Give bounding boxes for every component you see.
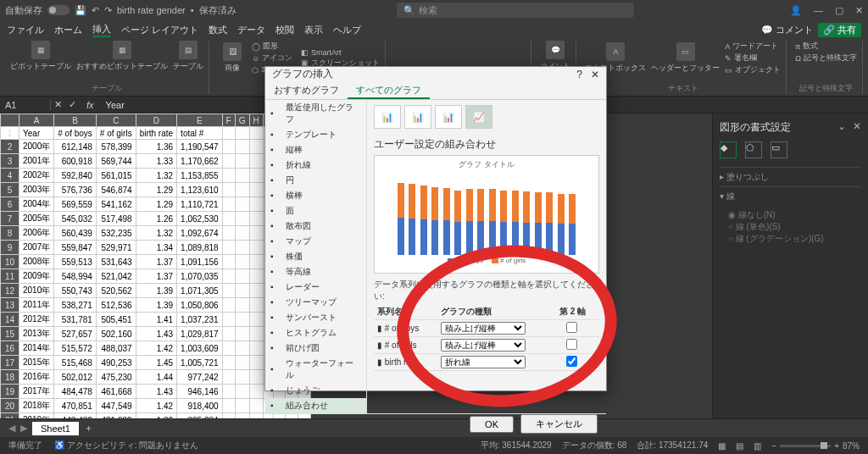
- wordart-button[interactable]: A ワードアート: [725, 41, 781, 52]
- chart-cat-8[interactable]: ▪マップ: [265, 234, 366, 249]
- dialog-tab-all[interactable]: すべてのグラフ: [348, 81, 430, 99]
- pictures-button[interactable]: 🖼画像: [218, 42, 247, 74]
- status-accessibility: ♿ アクセシビリティ: 問題ありません: [54, 440, 198, 451]
- smartart-button[interactable]: ◧ SmartArt: [301, 48, 380, 57]
- object-button[interactable]: ▭ オブジェクト: [725, 64, 781, 75]
- share-button[interactable]: 🔗 共有: [818, 23, 861, 37]
- chart-cat-17[interactable]: ▪じょうご: [265, 383, 366, 398]
- sheet-prev-icon[interactable]: ◀: [8, 423, 15, 434]
- chart-cat-5[interactable]: ▪横棒: [265, 188, 366, 203]
- chart-cat-3[interactable]: ▪折れ線: [265, 158, 366, 173]
- autosave-toggle[interactable]: [47, 5, 70, 15]
- sheet-add-icon[interactable]: ＋: [84, 422, 93, 435]
- chart-cat-12[interactable]: ▪ツリーマップ: [265, 295, 366, 310]
- fx-enter-icon[interactable]: ✓: [65, 99, 80, 110]
- format-shape-pane: 図形の書式設定 ✕ ⌄ ◆ ⬠ ▭ ▸ 塗りつぶし ▾ 線 ◉ 線なし(N) ○…: [712, 114, 868, 418]
- zoom-in-icon[interactable]: +: [834, 441, 839, 451]
- size-tab-icon[interactable]: ▭: [771, 141, 787, 158]
- chart-cat-7[interactable]: ▪散布図: [265, 219, 366, 234]
- sheet-next-icon[interactable]: ▶: [20, 423, 27, 434]
- chart-cat-0[interactable]: ▪最近使用したグラフ: [265, 100, 366, 127]
- symbol-button[interactable]: Ω 記号と特殊文字: [795, 53, 857, 64]
- series2-type-select[interactable]: 積み上げ縦棒: [441, 339, 526, 352]
- chart-category-list: ▪最近使用したグラフ▪テンプレート▪縦棒▪折れ線▪円▪横棒▪面▪散布図▪マップ▪…: [265, 100, 367, 413]
- chart-cat-11[interactable]: ▪レーダー: [265, 280, 366, 295]
- undo-icon[interactable]: ↶: [92, 5, 99, 16]
- cancel-button[interactable]: キャンセル: [520, 414, 598, 434]
- series3-type-select[interactable]: 折れ線: [441, 356, 526, 368]
- pane-chevron-icon[interactable]: ⌄: [837, 120, 846, 132]
- insert-chart-dialog: グラフの挿入 ? ✕ おすすめグラフ すべてのグラフ ▪最近使用したグラフ▪テン…: [264, 66, 607, 391]
- zoom-out-icon[interactable]: −: [771, 441, 776, 451]
- menu-review[interactable]: 校閲: [275, 24, 294, 36]
- status-sum: 合計: 17354121.74: [637, 440, 708, 451]
- chart-cat-14[interactable]: ▪ヒストグラム: [265, 325, 366, 340]
- search-icon: 🔍: [403, 5, 415, 16]
- dialog-tab-recommended[interactable]: おすすめグラフ: [265, 81, 348, 99]
- shapes-button[interactable]: ◯ 図形: [252, 41, 296, 52]
- chart-cat-13[interactable]: ▪サンバースト: [265, 310, 366, 325]
- fx-icon[interactable]: fx: [80, 100, 101, 110]
- fill-tab-icon[interactable]: ◆: [720, 141, 737, 158]
- series2-axis-check[interactable]: [566, 339, 577, 350]
- line-solid-option[interactable]: ○ 線 (単色)(S): [728, 221, 853, 233]
- subtype-custom[interactable]: 📈: [465, 105, 492, 129]
- menu-home[interactable]: ホーム: [54, 24, 82, 36]
- minimize-icon[interactable]: —: [814, 5, 823, 16]
- account-icon[interactable]: 👤: [790, 5, 802, 16]
- equation-button[interactable]: π 数式: [795, 41, 857, 52]
- series1-type-select[interactable]: 積み上げ縦棒: [441, 322, 526, 335]
- fill-section[interactable]: ▸ 塗りつぶし: [720, 167, 861, 186]
- line-section[interactable]: ▾ 線: [720, 186, 861, 206]
- menu-file[interactable]: ファイル: [7, 24, 44, 36]
- redo-icon[interactable]: ↷: [104, 5, 112, 16]
- sheet-tab-1[interactable]: Sheet1: [32, 422, 79, 435]
- icons-button[interactable]: ☺ アイコン: [252, 53, 296, 64]
- ok-button[interactable]: OK: [470, 416, 514, 433]
- view-pagebreak-icon[interactable]: ▥: [754, 441, 761, 451]
- save-icon[interactable]: 💾: [75, 5, 86, 16]
- headerfooter-button[interactable]: ▭ヘッダーとフッター: [651, 42, 720, 74]
- comment-button[interactable]: 💬 コメント: [761, 24, 813, 36]
- fx-cancel-icon[interactable]: ✕: [51, 99, 65, 110]
- chart-cat-4[interactable]: ▪円: [265, 173, 366, 188]
- dialog-help-icon[interactable]: ?: [576, 69, 582, 80]
- subtype-3[interactable]: 📊: [435, 105, 462, 129]
- menu-data[interactable]: データ: [237, 24, 265, 36]
- chart-cat-9[interactable]: ▪株価: [265, 249, 366, 264]
- effects-tab-icon[interactable]: ⬠: [745, 141, 762, 158]
- menu-help[interactable]: ヘルプ: [333, 24, 361, 36]
- name-box[interactable]: A1: [0, 100, 51, 110]
- menu-layout[interactable]: ページ レイアウト: [121, 24, 198, 36]
- menu-insert[interactable]: 挿入: [92, 23, 111, 37]
- chart-cat-1[interactable]: ▪テンプレート: [265, 127, 366, 142]
- formula-value[interactable]: Year: [101, 100, 130, 110]
- subtype-2[interactable]: 📊: [404, 105, 431, 129]
- subtype-1[interactable]: 📊: [374, 105, 401, 129]
- line-none-option[interactable]: ◉ 線なし(N): [728, 209, 853, 221]
- menu-formula[interactable]: 数式: [209, 24, 227, 36]
- close-icon[interactable]: ✕: [855, 5, 863, 16]
- series3-axis-check[interactable]: [566, 356, 577, 367]
- view-normal-icon[interactable]: ▦: [718, 441, 726, 451]
- table-button[interactable]: ▤テーブル: [173, 41, 203, 72]
- menu-view[interactable]: 表示: [304, 24, 323, 36]
- zoom-slider[interactable]: [780, 445, 831, 447]
- view-pagelayout-icon[interactable]: ▤: [736, 441, 743, 451]
- chart-cat-2[interactable]: ▪縦棒: [265, 142, 366, 158]
- chart-cat-16[interactable]: ▪ウォーターフォール: [265, 356, 366, 383]
- dialog-close-icon[interactable]: ✕: [591, 69, 599, 80]
- title-bar: 自動保存 💾 ↶ ↷ birth rate gender • 保存済み 🔍 検索…: [0, 0, 868, 20]
- rec-pivot-button[interactable]: ▦おすすめピボットテーブル: [76, 41, 168, 72]
- chart-cat-10[interactable]: ▪等高線: [265, 264, 366, 280]
- chart-cat-18[interactable]: ▪組み合わせ: [265, 398, 366, 413]
- line-gradient-option[interactable]: ○ 線 (グラデーション)(G): [728, 233, 853, 245]
- chart-cat-6[interactable]: ▪面: [265, 203, 366, 219]
- sigline-button[interactable]: ✎ 署名欄: [725, 53, 781, 64]
- maximize-icon[interactable]: ▢: [835, 5, 843, 16]
- pivot-button[interactable]: ▦ピボットテーブル: [10, 41, 71, 72]
- pane-close-icon[interactable]: ✕: [853, 120, 861, 132]
- series1-axis-check[interactable]: [566, 322, 577, 333]
- search-box[interactable]: 🔍 検索: [397, 3, 634, 18]
- chart-cat-15[interactable]: ▪箱ひげ図: [265, 340, 366, 356]
